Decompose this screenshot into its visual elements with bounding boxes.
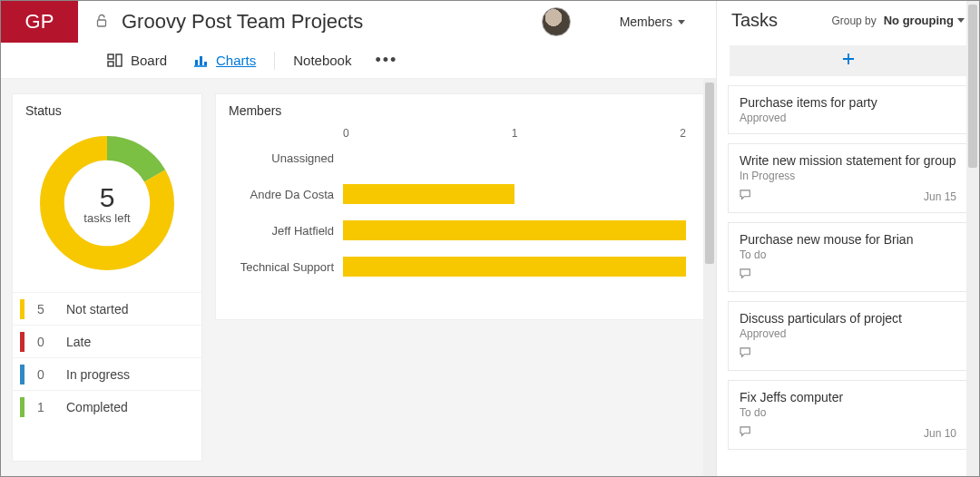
- task-title: Fix Jeffs computer: [740, 390, 956, 404]
- axis-tick: 2: [680, 127, 686, 140]
- task-card[interactable]: Purchase items for partyApproved: [728, 85, 968, 134]
- svg-rect-1: [108, 54, 113, 59]
- more-menu[interactable]: •••: [366, 51, 407, 70]
- svg-rect-4: [195, 60, 198, 65]
- member-bar-row: Technical Support: [234, 248, 686, 285]
- legend-label: Not started: [66, 302, 128, 316]
- comment-icon: [740, 190, 752, 203]
- member-bar-row: Jeff Hatfield: [234, 212, 686, 248]
- legend-count: 1: [37, 400, 54, 414]
- member-bar-track: [343, 148, 686, 168]
- svg-rect-0: [98, 20, 106, 26]
- legend-label: In progress: [66, 367, 130, 382]
- member-bar-row: Andre Da Costa: [234, 176, 686, 212]
- member-bar-fill: [343, 184, 514, 204]
- add-task-button[interactable]: [730, 45, 966, 76]
- main-scrollbar[interactable]: [703, 79, 716, 476]
- charts-icon: [192, 53, 209, 69]
- legend-row: 0Late: [13, 325, 201, 357]
- tasks-panel-title: Tasks: [731, 10, 778, 31]
- members-axis: 0 1 2: [343, 127, 686, 140]
- members-dropdown[interactable]: Members: [620, 15, 685, 29]
- task-card[interactable]: Write new mission statement for groupIn …: [728, 143, 968, 213]
- svg-rect-2: [108, 62, 113, 66]
- task-title: Discuss particulars of project: [740, 311, 956, 326]
- legend-count: 0: [37, 335, 54, 349]
- member-bar-fill: [343, 257, 686, 277]
- axis-tick: 1: [512, 127, 681, 140]
- task-title: Purchase new mouse for Brian: [740, 232, 956, 247]
- task-title: Write new mission statement for group: [740, 153, 956, 168]
- status-donut-chart: 5 tasks left: [34, 131, 180, 276]
- task-status: To do: [740, 248, 956, 261]
- legend-label: Completed: [66, 400, 128, 414]
- member-bar-track: [343, 257, 686, 277]
- tasks-panel: Tasks Group by No grouping Purchase item…: [716, 1, 979, 476]
- legend-swatch: [20, 397, 24, 417]
- comment-icon: [740, 426, 752, 440]
- tab-notebook-label: Notebook: [293, 53, 351, 68]
- member-bar-track: [343, 184, 686, 204]
- view-tabs: Board Charts Notebook •••: [1, 43, 716, 79]
- tab-board[interactable]: Board: [96, 47, 178, 74]
- legend-count: 5: [37, 302, 54, 316]
- page-title: Groovy Post Team Projects: [122, 10, 363, 34]
- members-bars: UnassignedAndre Da CostaJeff HatfieldTec…: [234, 140, 686, 285]
- groupby-value: No grouping: [884, 14, 954, 27]
- svg-rect-6: [204, 62, 207, 65]
- legend-count: 0: [37, 367, 54, 382]
- app-logo[interactable]: GP: [1, 1, 78, 43]
- task-title: Purchase items for party: [740, 95, 956, 110]
- member-bar-label: Andre Da Costa: [234, 188, 343, 201]
- donut-center-number: 5: [100, 182, 115, 213]
- task-status: Approved: [740, 112, 956, 124]
- tab-charts[interactable]: Charts: [181, 47, 267, 74]
- tab-divider: [274, 52, 275, 70]
- member-bar-row: Unassigned: [234, 140, 686, 176]
- status-card-title: Status: [13, 94, 201, 122]
- svg-rect-5: [200, 56, 202, 65]
- task-status: Approved: [740, 327, 956, 340]
- member-bar-label: Technical Support: [234, 260, 343, 274]
- member-bar-fill: [343, 220, 686, 240]
- lock-open-icon: [96, 14, 109, 31]
- top-header: GP Groovy Post Team Projects Members: [1, 1, 716, 43]
- legend-row: 5Not started: [13, 292, 201, 325]
- legend-swatch: [20, 332, 24, 352]
- plus-icon: [842, 53, 855, 69]
- task-status: In Progress: [740, 170, 956, 182]
- axis-tick: 0: [343, 127, 512, 140]
- status-legend: 5Not started0Late0In progress1Completed: [13, 292, 201, 423]
- comment-icon: [740, 347, 752, 361]
- tasks-scrollbar[interactable]: [966, 1, 979, 476]
- groupby-label: Group by: [831, 15, 876, 27]
- legend-row: 1Completed: [13, 390, 201, 423]
- task-date: Jun 10: [924, 427, 956, 440]
- status-card: Status 5 tasks left 5Not st: [12, 93, 202, 462]
- legend-label: Late: [66, 335, 91, 349]
- groupby-dropdown[interactable]: No grouping: [884, 14, 965, 27]
- task-card[interactable]: Purchase new mouse for BrianTo do: [728, 222, 968, 292]
- chevron-down-icon: [678, 20, 685, 24]
- members-card-title: Members: [216, 94, 704, 122]
- svg-rect-3: [116, 54, 122, 66]
- task-card[interactable]: Fix Jeffs computerTo doJun 10: [728, 380, 968, 450]
- task-status: To do: [740, 406, 956, 419]
- legend-row: 0In progress: [13, 357, 201, 390]
- tab-notebook[interactable]: Notebook: [282, 47, 362, 73]
- task-date: Jun 15: [924, 190, 956, 203]
- task-card[interactable]: Discuss particulars of projectApproved: [728, 301, 968, 371]
- comment-icon: [740, 268, 752, 282]
- donut-center-sub: tasks left: [83, 211, 130, 225]
- members-dropdown-label: Members: [620, 15, 672, 29]
- member-bar-track: [343, 220, 686, 240]
- members-card: Members 0 1 2 UnassignedAndre Da CostaJe…: [215, 93, 705, 320]
- member-bar-label: Unassigned: [234, 151, 343, 165]
- legend-swatch: [20, 365, 24, 385]
- board-icon: [107, 53, 123, 69]
- avatar[interactable]: [542, 7, 571, 36]
- member-bar-label: Jeff Hatfield: [234, 224, 343, 238]
- chevron-down-icon: [957, 18, 965, 23]
- tab-board-label: Board: [131, 53, 167, 68]
- legend-swatch: [20, 299, 24, 319]
